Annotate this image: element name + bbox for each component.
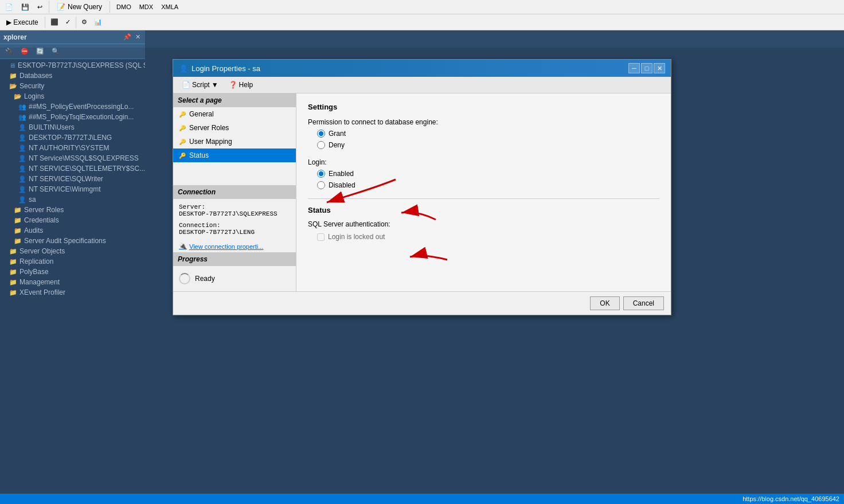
stop-btn[interactable]: ⬛ xyxy=(48,17,61,28)
page-general-label: General xyxy=(189,110,214,118)
permission-field-group: Permission to connect to database engine… xyxy=(308,118,659,149)
login-properties-dialog: 👤 Login Properties - sa ─ □ ✕ 📄 Script ▼… xyxy=(173,59,671,315)
dialog-icon: 👤 xyxy=(179,64,188,73)
script-dropdown-icon[interactable]: ▼ xyxy=(212,81,218,89)
sidebar-header: xplorer 📌 ✕ xyxy=(0,30,145,44)
sep4 xyxy=(76,17,76,28)
sql-auth-field-group: SQL Server authentication: Login is lock… xyxy=(308,220,659,241)
new-query-button[interactable]: 📝 New Query xyxy=(53,1,106,13)
sep2 xyxy=(110,1,110,13)
dialog-right-panel: Settings Permission to connect to databa… xyxy=(296,93,671,291)
connection-link-icon: 🔌 xyxy=(179,243,187,250)
help-icon: ❓ xyxy=(229,81,237,89)
connection-header: Connection xyxy=(173,185,296,199)
script-icon: 📄 xyxy=(182,81,190,89)
dialog-title-area: 👤 Login Properties - sa xyxy=(179,64,260,73)
dialog-title-text: Login Properties - sa xyxy=(192,64,260,73)
ok-button[interactable]: OK xyxy=(590,296,619,310)
new-query-label: New Query xyxy=(68,3,102,11)
section-divider xyxy=(308,198,659,199)
login-label: Login: xyxy=(308,158,659,166)
toolbar-mdx[interactable]: MDX xyxy=(136,2,156,12)
progress-status: Ready xyxy=(195,275,215,283)
execute-button[interactable]: ▶ Execute xyxy=(2,17,42,28)
disabled-label: Disabled xyxy=(329,181,355,189)
server-label: Server: xyxy=(179,204,290,210)
toolbar-row2: ▶ Execute ⬛ ✓ ⚙ 📊 xyxy=(0,14,844,30)
grant-label: Grant xyxy=(329,130,346,138)
connection-content: Server: DESKTOP-7B772TJ\SQLEXPRESS Conne… xyxy=(173,199,296,240)
help-button[interactable]: ❓ Help xyxy=(225,79,257,91)
minimize-button[interactable]: ─ xyxy=(628,63,640,73)
progress-content: Ready xyxy=(173,266,296,291)
enabled-label: Enabled xyxy=(329,170,354,178)
login-locked-checkbox[interactable] xyxy=(317,233,325,241)
new-query-icon: 📝 xyxy=(57,3,65,11)
close-button[interactable]: ✕ xyxy=(654,63,665,73)
parse-btn[interactable]: ✓ xyxy=(62,17,73,28)
view-connection-link[interactable]: 🔌 View connection properti... xyxy=(173,240,296,252)
grant-radio-item[interactable]: Grant xyxy=(317,130,659,138)
page-general[interactable]: 🔑 General xyxy=(173,107,296,121)
deny-label: Deny xyxy=(329,141,345,149)
user-mapping-key-icon: 🔑 xyxy=(179,139,186,145)
login-field-group: Login: Enabled Disabled xyxy=(308,158,659,189)
script-button[interactable]: 📄 Script ▼ xyxy=(178,79,222,91)
progress-spinner xyxy=(179,273,190,284)
page-user-mapping-label: User Mapping xyxy=(189,138,232,146)
cancel-button[interactable]: Cancel xyxy=(623,296,664,310)
grant-radio[interactable] xyxy=(317,130,325,138)
page-server-roles[interactable]: 🔑 Server Roles xyxy=(173,121,296,135)
permission-radio-group: Grant Deny xyxy=(317,130,659,149)
sql-auth-label: SQL Server authentication: xyxy=(308,220,659,228)
progress-section: Progress Ready xyxy=(173,252,296,291)
sidebar-header-icons: 📌 ✕ xyxy=(122,33,142,41)
progress-header: Progress xyxy=(173,252,296,266)
toolbar-icon2[interactable]: ↩ xyxy=(34,2,45,13)
page-user-mapping[interactable]: 🔑 User Mapping xyxy=(173,135,296,149)
settings-title: Settings xyxy=(308,103,659,111)
deny-radio[interactable] xyxy=(317,141,325,149)
page-status-label: Status xyxy=(189,151,209,159)
dialog-toolbar: 📄 Script ▼ ❓ Help xyxy=(173,77,671,93)
script-label: Script xyxy=(192,81,210,89)
connection-label: Connection: xyxy=(179,222,290,229)
permission-label: Permission to connect to database engine… xyxy=(308,118,659,126)
toolbar-xmla[interactable]: XMLA xyxy=(158,2,181,12)
statusbar: https://blog.csdn.net/qq_40695642 xyxy=(0,494,844,504)
page-status[interactable]: 🔑 Status xyxy=(173,149,296,162)
sep3 xyxy=(45,17,45,28)
disabled-radio[interactable] xyxy=(317,181,325,189)
login-locked-item: Login is locked out xyxy=(317,233,659,241)
server-roles-key-icon: 🔑 xyxy=(179,125,186,131)
file-menu-btn[interactable]: 📄 xyxy=(2,2,16,13)
toolbar-btn-extra2[interactable]: 📊 xyxy=(91,17,105,28)
help-label: Help xyxy=(239,81,253,89)
modal-overlay: 👤 Login Properties - sa ─ □ ✕ 📄 Script ▼… xyxy=(0,48,844,504)
general-key-icon: 🔑 xyxy=(179,111,186,118)
enabled-radio[interactable] xyxy=(317,170,325,178)
dialog-left-panel: Select a page 🔑 General 🔑 Server Roles 🔑… xyxy=(173,93,296,291)
status-key-icon: 🔑 xyxy=(179,153,186,159)
deny-radio-item[interactable]: Deny xyxy=(317,141,659,149)
pin-icon[interactable]: 📌 xyxy=(122,33,132,41)
login-locked-label: Login is locked out xyxy=(328,233,385,241)
dialog-window-controls: ─ □ ✕ xyxy=(628,63,665,73)
connection-link-text: View connection properti... xyxy=(189,243,263,250)
maximize-button[interactable]: □ xyxy=(641,63,652,73)
page-server-roles-label: Server Roles xyxy=(189,124,229,132)
dialog-body: Select a page 🔑 General 🔑 Server Roles 🔑… xyxy=(173,93,671,291)
statusbar-url: https://blog.csdn.net/qq_40695642 xyxy=(743,495,839,502)
select-a-page-header: Select a page xyxy=(173,93,296,107)
disabled-radio-item[interactable]: Disabled xyxy=(317,181,659,189)
enabled-radio-item[interactable]: Enabled xyxy=(317,170,659,178)
close-sidebar-icon[interactable]: ✕ xyxy=(134,33,142,41)
sep1 xyxy=(49,1,49,13)
dialog-titlebar: 👤 Login Properties - sa ─ □ ✕ xyxy=(173,60,671,77)
toolbar-icon1[interactable]: 💾 xyxy=(18,2,32,13)
toolbar-dmo[interactable]: DMO xyxy=(114,2,134,12)
toolbar-btn-extra1[interactable]: ⚙ xyxy=(79,17,90,28)
status-section-title: Status xyxy=(308,206,659,214)
toolbar-row1: 📄 💾 ↩ 📝 New Query DMO MDX XMLA xyxy=(0,0,844,14)
connection-value: DESKTOP-7B772TJ\LENG xyxy=(179,229,290,236)
